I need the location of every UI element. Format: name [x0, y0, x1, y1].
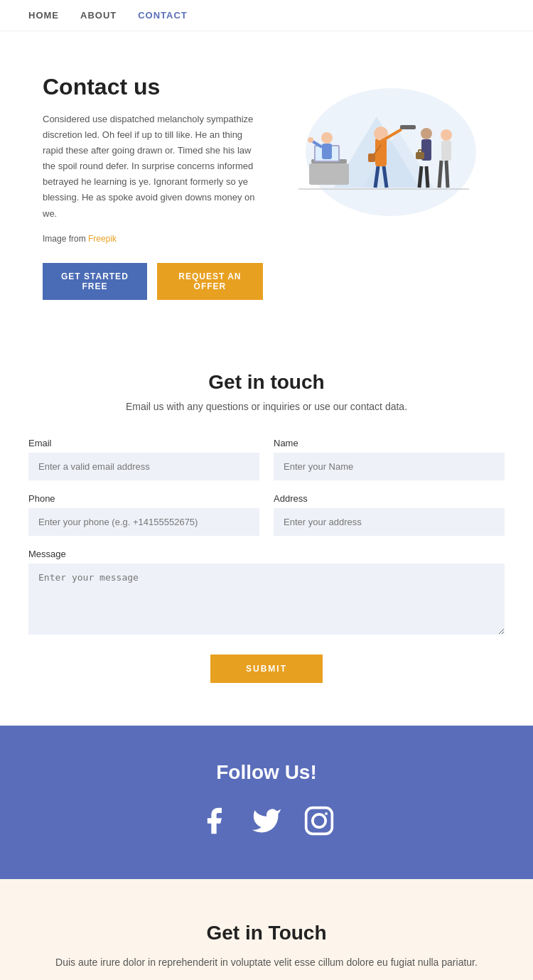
address-group: Address	[274, 493, 505, 536]
cards-title: Get in Touch	[28, 922, 505, 944]
svg-line-22	[426, 166, 428, 188]
svg-rect-28	[441, 141, 451, 161]
svg-rect-23	[416, 152, 424, 159]
hero-title: Contact us	[43, 74, 263, 100]
name-group: Name	[274, 438, 505, 480]
hero-image	[263, 74, 490, 216]
svg-line-30	[446, 161, 448, 188]
email-label: Email	[28, 438, 259, 448]
svg-point-33	[313, 814, 325, 827]
svg-point-19	[421, 128, 432, 139]
message-textarea[interactable]	[28, 564, 505, 635]
hero-description: Considered use dispatched melancholy sym…	[43, 112, 263, 222]
svg-point-27	[441, 129, 452, 141]
message-group: Message	[28, 549, 505, 635]
nav-contact[interactable]: CONTACT	[138, 10, 188, 21]
hero-section: Contact us Considered use dispatched mel…	[0, 31, 533, 328]
phone-input[interactable]	[28, 508, 259, 536]
name-input[interactable]	[274, 453, 505, 480]
svg-rect-12	[309, 163, 349, 185]
form-row-phone-address: Phone Address	[28, 493, 505, 536]
nav-about[interactable]: ABOUT	[80, 10, 117, 21]
freepik-link[interactable]: Freepik	[88, 234, 117, 244]
hero-buttons: GET STARTED FREE REQUEST AN OFFER	[43, 263, 263, 300]
twitter-icon[interactable]	[251, 805, 282, 844]
email-group: Email	[28, 438, 259, 480]
hero-text: Contact us Considered use dispatched mel…	[43, 74, 263, 300]
svg-rect-3	[375, 138, 387, 166]
contact-form-section: Get in touch Email us with any questions…	[0, 328, 533, 726]
svg-line-21	[419, 166, 421, 188]
instagram-icon[interactable]	[303, 805, 335, 844]
follow-title: Follow Us!	[28, 761, 505, 784]
form-row-email-name: Email Name	[28, 438, 505, 480]
get-started-button[interactable]: GET STARTED FREE	[43, 263, 147, 300]
hero-image-credit: Image from Freepik	[43, 232, 263, 246]
nav-home[interactable]: HOME	[28, 10, 59, 21]
svg-point-18	[308, 137, 313, 143]
navbar: HOME ABOUT CONTACT	[0, 0, 533, 31]
email-input[interactable]	[28, 453, 259, 480]
message-label: Message	[28, 549, 505, 559]
form-title: Get in touch	[28, 371, 505, 394]
phone-group: Phone	[28, 493, 259, 536]
facebook-icon[interactable]	[198, 805, 230, 844]
social-icons	[28, 805, 505, 844]
phone-label: Phone	[28, 493, 259, 504]
svg-rect-16	[322, 144, 332, 159]
svg-rect-6	[400, 125, 416, 129]
request-offer-button[interactable]: REQUEST AN OFFER	[157, 263, 263, 300]
address-input[interactable]	[274, 508, 505, 536]
name-label: Name	[274, 438, 505, 448]
svg-rect-10	[368, 154, 375, 162]
form-subtitle: Email us with any questions or inquiries…	[28, 401, 505, 412]
svg-point-15	[321, 132, 333, 144]
contact-form: Email Name Phone Address Message SUBMIT	[28, 438, 505, 683]
cards-subtitle: Duis aute irure dolor in reprehenderit i…	[28, 954, 505, 971]
submit-button[interactable]: SUBMIT	[210, 655, 323, 683]
address-label: Address	[274, 493, 505, 504]
svg-point-34	[325, 812, 328, 815]
cards-section: Get in Touch Duis aute irure dolor in re…	[0, 879, 533, 980]
follow-section: Follow Us!	[0, 726, 533, 879]
submit-wrap: SUBMIT	[28, 655, 505, 683]
svg-line-29	[439, 161, 441, 188]
svg-rect-32	[306, 808, 333, 834]
